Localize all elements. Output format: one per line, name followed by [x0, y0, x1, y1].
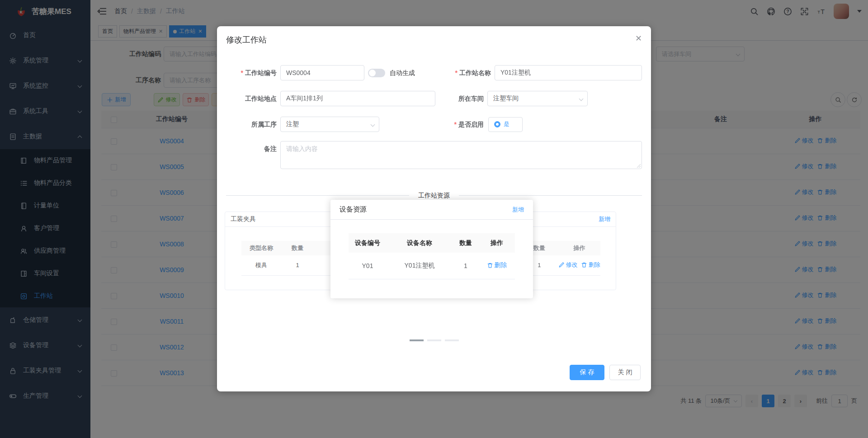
- name-input[interactable]: [495, 65, 642, 80]
- name-label: 工作站名称: [407, 65, 491, 80]
- carousel-dot-2[interactable]: [427, 339, 441, 341]
- remark-label: 备注: [217, 141, 277, 156]
- chevron-down-icon: [579, 97, 584, 101]
- dialog-close-icon[interactable]: ✕: [635, 33, 642, 43]
- fixture-card-title: 工装夹具: [231, 215, 256, 223]
- carousel-indicators: [217, 339, 651, 341]
- section-divider: 工作站资源: [217, 192, 651, 200]
- carousel-dot-1[interactable]: [410, 339, 424, 341]
- trash-icon: [581, 262, 587, 268]
- device-add-link[interactable]: 新增: [512, 206, 524, 214]
- carousel-dot-3[interactable]: [445, 339, 459, 341]
- dialog-title: 修改工作站: [226, 34, 267, 45]
- enabled-label: 是否启用: [398, 117, 484, 132]
- edit-workstation-dialog: 修改工作站 ✕ 工作站编号 自动生成 工作站名称 工作站地点 所在车间 注塑车间…: [217, 26, 651, 391]
- close-button[interactable]: 关 闭: [609, 365, 641, 380]
- device-table: 设备编号 设备名称 数量 操作 Y01 Y01注塑机 1 删除: [349, 233, 515, 279]
- device-delete-link[interactable]: 删除: [487, 261, 507, 269]
- save-button[interactable]: 保 存: [570, 365, 604, 380]
- right-card-delete-link[interactable]: 删除: [581, 261, 600, 269]
- code-label: 工作站编号: [217, 65, 277, 80]
- pencil-icon: [558, 262, 565, 268]
- location-label: 工作站地点: [217, 91, 277, 106]
- right-card-edit-link[interactable]: 修改: [558, 261, 578, 269]
- process-label: 所属工序: [217, 117, 277, 132]
- device-row: Y01 Y01注塑机 1 删除: [349, 253, 515, 279]
- device-resource-panel: 设备资源 新增 设备编号 设备名称 数量 操作 Y01 Y01注塑机 1 删除: [330, 200, 533, 298]
- right-card-add-link[interactable]: 新增: [599, 215, 610, 223]
- code-input[interactable]: [280, 65, 364, 80]
- workshop-select[interactable]: 注塑车间: [487, 91, 588, 106]
- process-select[interactable]: 注塑: [280, 117, 379, 132]
- chevron-down-icon: [371, 122, 375, 127]
- auto-generate-toggle[interactable]: [368, 69, 385, 77]
- device-panel-title: 设备资源: [340, 205, 367, 214]
- workshop-label: 所在车间: [398, 91, 484, 106]
- resize-handle[interactable]: [636, 163, 641, 168]
- remark-textarea[interactable]: 请输入内容: [280, 141, 642, 169]
- trash-icon: [487, 262, 493, 268]
- enabled-yes-radio[interactable]: 是: [488, 117, 523, 132]
